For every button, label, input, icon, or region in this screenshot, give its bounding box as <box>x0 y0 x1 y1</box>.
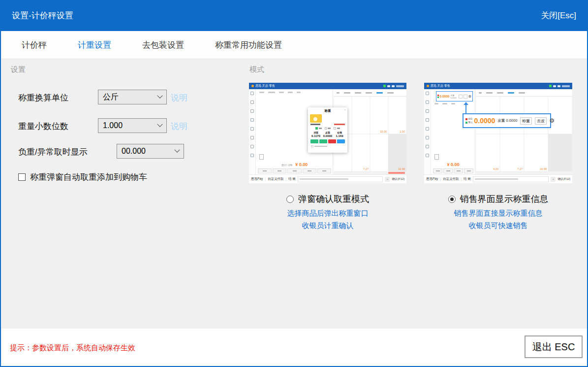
net-weight-field: 净重 0.1170 <box>310 131 322 137</box>
unit-price-text <box>310 124 320 125</box>
unit-select-value: 公斤 <box>103 92 119 102</box>
chevron-down-icon <box>157 122 162 127</box>
sidebar-icon <box>426 127 429 131</box>
cart-header <box>256 89 333 93</box>
cart-buttons <box>433 168 473 173</box>
auto-add-label: 称重弹窗自动取重添加到购物车 <box>30 171 147 183</box>
cart-mini-button <box>303 168 316 173</box>
pos-titlebar-icons <box>549 85 570 87</box>
chevron-down-icon <box>174 147 180 153</box>
popup-price-row <box>310 124 345 125</box>
cart-mini-button <box>443 168 453 173</box>
inline-mode-radio[interactable] <box>448 196 456 203</box>
product-cell: 1.00 <box>388 97 406 134</box>
popup-mode-label: 弹窗确认取重模式 <box>298 193 369 205</box>
mode-section-title: 模式 <box>249 65 264 74</box>
sidebar-icon <box>426 145 429 148</box>
tab-tare-settings[interactable]: 去包装设置 <box>142 39 184 51</box>
cart-mini-button <box>258 168 272 173</box>
settings-section-title: 设置 <box>11 65 26 74</box>
negative-display-label: 负重/异常取时显示 <box>18 146 88 158</box>
exit-button[interactable]: 退出 ESC <box>525 335 583 358</box>
clock-text <box>562 85 570 87</box>
popup-unit-options <box>310 127 345 130</box>
auto-add-checkbox[interactable] <box>18 173 26 181</box>
popup-weight-fields: 净重 0.1170 皮重 0.0000 金额 1.169 <box>310 131 345 137</box>
unit-select[interactable]: 公斤 <box>98 90 167 104</box>
inline-mode-desc2: 收银员可快速销售 <box>424 221 572 231</box>
menu-icon <box>387 85 390 87</box>
user-icon <box>557 85 560 87</box>
tab-common-functions[interactable]: 称重常用功能设置 <box>215 39 282 51</box>
product-cell <box>352 97 370 134</box>
category-tab <box>497 92 503 94</box>
product-cell-empty <box>548 134 572 171</box>
sidebar-icon <box>426 92 429 95</box>
product-price: 16.99 <box>540 167 547 170</box>
inline-weighbar: 0.0000 皮重0.0000 ⚙ <box>436 91 473 101</box>
callout-arrow-line <box>465 104 466 113</box>
product-price: 4.00 <box>493 167 498 170</box>
pos-product-grid: 4.00 7.27 16.99 <box>476 89 572 174</box>
decimal-select[interactable]: 1.000 <box>98 118 167 133</box>
popup-blue-button <box>337 139 345 143</box>
mode-option-inline-line: 销售界面显示称重信息 <box>424 193 572 205</box>
checkout-button: 结 账 <box>464 177 471 181</box>
unit-option <box>334 127 340 130</box>
category-tab <box>519 92 525 94</box>
page-icon <box>259 154 264 160</box>
category-tab <box>355 92 361 94</box>
status-indicators: 稳定 零位 <box>465 118 473 124</box>
cart-total: 合计: 0件 ¥ 0.00 <box>258 162 331 167</box>
product-image <box>310 114 322 123</box>
placeholder-text-bar <box>297 92 301 93</box>
cart-total: ¥ 0.00 <box>433 162 473 167</box>
cart-total-amount: ¥ 0.00 <box>295 162 308 167</box>
cart-total-label: 合计: 0件 <box>281 164 293 167</box>
popup-title: 称重 <box>310 109 345 113</box>
chevron-down-icon <box>157 93 162 99</box>
mode-option-popup-line: 弹窗确认取重模式 <box>249 193 406 205</box>
cart-mini-button <box>454 168 463 173</box>
pos-bottom-bar: 思迅Pay | 自定义付款 | 结 账 × 确认[F12] <box>424 174 572 183</box>
clock-text <box>396 85 404 87</box>
popup-product <box>310 114 345 123</box>
decimal-select-value: 1.000 <box>103 121 123 130</box>
separator: | <box>285 177 286 181</box>
inline-mode-thumbnail: 思迅 天店·零售 <box>424 83 572 183</box>
decimal-help-link[interactable]: 说明 <box>171 121 187 132</box>
placeholder-text-bar <box>268 92 275 93</box>
zero-indicator: 零位 <box>465 121 473 124</box>
product-cell <box>548 97 572 134</box>
tare-value: 皮重0.0000 <box>450 94 457 99</box>
unit-option-checked <box>315 127 322 130</box>
mode-option-inline: 销售界面显示称重信息 销售界面直接显示称重信息 收银员可快速销售 <box>424 193 572 231</box>
popup-mode-desc1: 选择商品后弹出称重窗口 <box>249 209 406 218</box>
tab-pricing-scale[interactable]: 计价秤 <box>22 39 47 51</box>
separator: | <box>461 177 462 181</box>
gear-icon: ⚙ <box>468 95 471 98</box>
checkout-button: 结 账 <box>288 177 296 181</box>
pos-bottom-bar: 思迅Pay | 自定义付款 | 结 账 × 确认[F12] <box>249 174 406 183</box>
tab-weighing-settings[interactable]: 计重设置 <box>78 39 111 51</box>
cart-mini-button <box>317 168 331 173</box>
pay-button: 思迅Pay <box>426 177 438 181</box>
product-info <box>323 114 345 123</box>
confirm-button: 确认[F12] <box>392 177 404 181</box>
product-cell: 7.27 <box>352 134 370 171</box>
pos-brand: 思迅 天店·零售 <box>427 84 450 88</box>
unit-help-link[interactable]: 说明 <box>171 92 187 103</box>
content-area: 设置 称重换算单位 公斤 说明 重量小数位数 1.000 说明 负重/异常取时显… <box>1 59 587 329</box>
sidebar-icon <box>250 136 254 139</box>
cart-mini-button <box>273 168 286 173</box>
negative-display-value: 00.000 <box>122 147 146 156</box>
clear-icon: × <box>385 177 390 182</box>
popup-mode-radio[interactable] <box>286 196 294 203</box>
product-price: 7.27 <box>517 167 523 170</box>
placeholder-text-bar <box>451 103 455 104</box>
sidebar-icon <box>426 154 429 157</box>
negative-display-select[interactable]: 00.000 <box>117 144 184 159</box>
sidebar-icon <box>426 109 429 113</box>
close-button[interactable]: 关闭[Esc] <box>541 10 576 21</box>
weigh-mini-button <box>459 95 463 99</box>
